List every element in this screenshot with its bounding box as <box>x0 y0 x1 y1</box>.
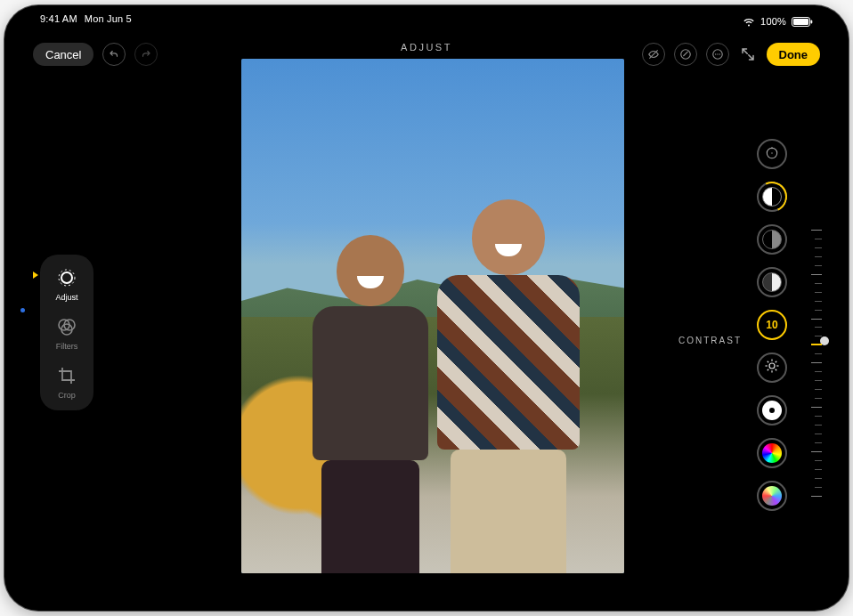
mode-filters[interactable]: Filters <box>54 314 79 351</box>
active-adjust-label: CONTRAST <box>678 336 742 345</box>
brightness-icon <box>764 358 780 377</box>
mode-label: Filters <box>56 342 78 351</box>
markup-button[interactable] <box>674 43 697 66</box>
adjust-brilliance[interactable] <box>757 224 787 255</box>
saturation-icon <box>762 443 782 463</box>
photo-canvas[interactable] <box>241 59 624 573</box>
undo-button[interactable] <box>102 43 126 66</box>
ipad-frame: 9:41 AM Mon Jun 5 100% ADJUST Cancel <box>4 5 849 611</box>
svg-line-25 <box>768 369 769 371</box>
adjust-auto[interactable] <box>757 139 787 169</box>
done-button[interactable]: Done <box>767 43 821 66</box>
fullscreen-button[interactable] <box>738 45 758 64</box>
cancel-button[interactable]: Cancel <box>33 43 93 66</box>
svg-rect-2 <box>811 20 813 23</box>
mode-crop[interactable]: Crop <box>54 363 79 400</box>
mode-label: Crop <box>58 391 76 400</box>
toggle-original-button[interactable] <box>642 43 665 66</box>
adjust-highlights[interactable] <box>757 267 787 297</box>
adjustment-slider[interactable] <box>808 230 822 497</box>
auto-icon <box>765 146 779 163</box>
svg-point-6 <box>714 53 715 54</box>
contrast-value: 10 <box>766 319 777 331</box>
svg-rect-1 <box>793 19 808 25</box>
status-time: 9:41 AM <box>40 13 77 29</box>
blackpoint-icon <box>762 401 782 420</box>
status-bar: 9:41 AM Mon Jun 5 100% <box>4 13 849 29</box>
photo-subject-left <box>304 235 437 573</box>
adjust-contrast[interactable]: 10 <box>757 310 787 340</box>
status-date: Mon Jun 5 <box>85 13 132 29</box>
mode-label: Adjust <box>55 293 77 302</box>
adjust-blackpoint[interactable] <box>757 395 787 426</box>
active-mode-indicator-icon <box>33 272 38 279</box>
adjust-icon <box>54 265 79 290</box>
svg-line-22 <box>768 361 769 363</box>
battery-icon <box>792 17 813 27</box>
exposure-icon <box>762 187 782 207</box>
brilliance-icon <box>762 230 782 249</box>
battery-pct: 100% <box>760 16 786 27</box>
adjust-brightness[interactable] <box>757 353 787 383</box>
mode-adjust[interactable]: Adjust <box>54 265 79 302</box>
crop-icon <box>54 363 79 388</box>
adjust-saturation[interactable] <box>757 438 787 468</box>
vibrance-icon <box>762 486 782 506</box>
svg-point-7 <box>717 53 718 54</box>
svg-point-16 <box>771 152 772 153</box>
edit-mode-toolbar: Adjust Filters Crop <box>40 255 93 410</box>
svg-point-9 <box>61 272 72 283</box>
svg-line-24 <box>776 361 777 363</box>
redo-button[interactable] <box>134 43 158 66</box>
svg-point-8 <box>719 53 719 54</box>
photo-subject-right <box>428 199 589 573</box>
filters-icon <box>54 314 79 339</box>
more-button[interactable] <box>706 43 729 66</box>
adjustment-list: 10 <box>754 139 790 511</box>
svg-point-17 <box>769 363 775 369</box>
rotation-lock-indicator-icon <box>20 308 25 312</box>
highlights-icon <box>762 272 782 292</box>
slider-current-tick-icon <box>811 344 822 345</box>
adjust-vibrance[interactable] <box>757 481 787 511</box>
svg-line-23 <box>776 369 777 371</box>
wifi-icon <box>743 17 755 27</box>
adjust-exposure[interactable] <box>757 182 787 212</box>
